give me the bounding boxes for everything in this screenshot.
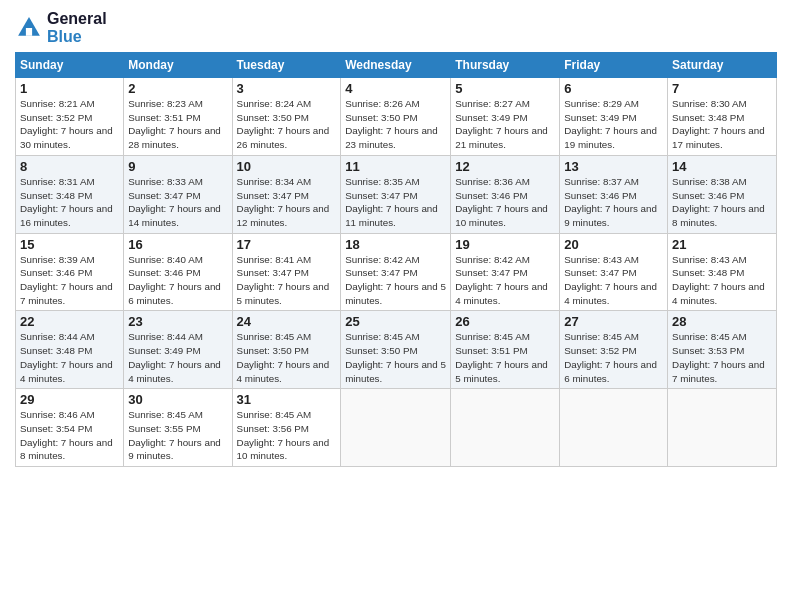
- calendar-cell: 17 Sunrise: 8:41 AM Sunset: 3:47 PM Dayl…: [232, 233, 341, 311]
- calendar-week-1: 1 Sunrise: 8:21 AM Sunset: 3:52 PM Dayli…: [16, 78, 777, 156]
- logo: General Blue: [15, 10, 107, 46]
- calendar-cell: 30 Sunrise: 8:45 AM Sunset: 3:55 PM Dayl…: [124, 389, 232, 467]
- day-info: Sunrise: 8:45 AM Sunset: 3:50 PM Dayligh…: [237, 330, 337, 385]
- day-number: 18: [345, 237, 446, 252]
- weekday-header-wednesday: Wednesday: [341, 53, 451, 78]
- calendar-week-2: 8 Sunrise: 8:31 AM Sunset: 3:48 PM Dayli…: [16, 155, 777, 233]
- day-number: 8: [20, 159, 119, 174]
- day-info: Sunrise: 8:31 AM Sunset: 3:48 PM Dayligh…: [20, 175, 119, 230]
- calendar-cell: 12 Sunrise: 8:36 AM Sunset: 3:46 PM Dayl…: [451, 155, 560, 233]
- day-info: Sunrise: 8:45 AM Sunset: 3:55 PM Dayligh…: [128, 408, 227, 463]
- calendar-cell: 25 Sunrise: 8:45 AM Sunset: 3:50 PM Dayl…: [341, 311, 451, 389]
- day-info: Sunrise: 8:42 AM Sunset: 3:47 PM Dayligh…: [345, 253, 446, 308]
- calendar-body: 1 Sunrise: 8:21 AM Sunset: 3:52 PM Dayli…: [16, 78, 777, 467]
- calendar-cell: 2 Sunrise: 8:23 AM Sunset: 3:51 PM Dayli…: [124, 78, 232, 156]
- calendar-cell: 20 Sunrise: 8:43 AM Sunset: 3:47 PM Dayl…: [560, 233, 668, 311]
- day-info: Sunrise: 8:45 AM Sunset: 3:52 PM Dayligh…: [564, 330, 663, 385]
- day-info: Sunrise: 8:45 AM Sunset: 3:51 PM Dayligh…: [455, 330, 555, 385]
- weekday-header-sunday: Sunday: [16, 53, 124, 78]
- day-number: 12: [455, 159, 555, 174]
- calendar-week-3: 15 Sunrise: 8:39 AM Sunset: 3:46 PM Dayl…: [16, 233, 777, 311]
- day-number: 24: [237, 314, 337, 329]
- day-number: 7: [672, 81, 772, 96]
- weekday-header-thursday: Thursday: [451, 53, 560, 78]
- day-info: Sunrise: 8:33 AM Sunset: 3:47 PM Dayligh…: [128, 175, 227, 230]
- day-info: Sunrise: 8:34 AM Sunset: 3:47 PM Dayligh…: [237, 175, 337, 230]
- svg-rect-1: [26, 28, 32, 36]
- day-info: Sunrise: 8:37 AM Sunset: 3:46 PM Dayligh…: [564, 175, 663, 230]
- day-info: Sunrise: 8:44 AM Sunset: 3:48 PM Dayligh…: [20, 330, 119, 385]
- calendar-cell: 26 Sunrise: 8:45 AM Sunset: 3:51 PM Dayl…: [451, 311, 560, 389]
- day-info: Sunrise: 8:40 AM Sunset: 3:46 PM Dayligh…: [128, 253, 227, 308]
- day-number: 6: [564, 81, 663, 96]
- day-info: Sunrise: 8:42 AM Sunset: 3:47 PM Dayligh…: [455, 253, 555, 308]
- calendar-cell: 29 Sunrise: 8:46 AM Sunset: 3:54 PM Dayl…: [16, 389, 124, 467]
- day-number: 23: [128, 314, 227, 329]
- calendar-cell: 9 Sunrise: 8:33 AM Sunset: 3:47 PM Dayli…: [124, 155, 232, 233]
- day-info: Sunrise: 8:23 AM Sunset: 3:51 PM Dayligh…: [128, 97, 227, 152]
- calendar-cell: 19 Sunrise: 8:42 AM Sunset: 3:47 PM Dayl…: [451, 233, 560, 311]
- day-number: 14: [672, 159, 772, 174]
- calendar-cell: 21 Sunrise: 8:43 AM Sunset: 3:48 PM Dayl…: [668, 233, 777, 311]
- day-info: Sunrise: 8:27 AM Sunset: 3:49 PM Dayligh…: [455, 97, 555, 152]
- day-info: Sunrise: 8:30 AM Sunset: 3:48 PM Dayligh…: [672, 97, 772, 152]
- day-number: 5: [455, 81, 555, 96]
- calendar-cell: 3 Sunrise: 8:24 AM Sunset: 3:50 PM Dayli…: [232, 78, 341, 156]
- weekday-header-friday: Friday: [560, 53, 668, 78]
- day-number: 9: [128, 159, 227, 174]
- calendar-cell: [668, 389, 777, 467]
- calendar-cell: 1 Sunrise: 8:21 AM Sunset: 3:52 PM Dayli…: [16, 78, 124, 156]
- day-info: Sunrise: 8:45 AM Sunset: 3:56 PM Dayligh…: [237, 408, 337, 463]
- day-number: 1: [20, 81, 119, 96]
- calendar-cell: 22 Sunrise: 8:44 AM Sunset: 3:48 PM Dayl…: [16, 311, 124, 389]
- day-info: Sunrise: 8:41 AM Sunset: 3:47 PM Dayligh…: [237, 253, 337, 308]
- calendar-header: SundayMondayTuesdayWednesdayThursdayFrid…: [16, 53, 777, 78]
- calendar-cell: [451, 389, 560, 467]
- calendar-cell: 18 Sunrise: 8:42 AM Sunset: 3:47 PM Dayl…: [341, 233, 451, 311]
- day-info: Sunrise: 8:39 AM Sunset: 3:46 PM Dayligh…: [20, 253, 119, 308]
- calendar-cell: 5 Sunrise: 8:27 AM Sunset: 3:49 PM Dayli…: [451, 78, 560, 156]
- day-number: 28: [672, 314, 772, 329]
- day-number: 2: [128, 81, 227, 96]
- calendar-table: SundayMondayTuesdayWednesdayThursdayFrid…: [15, 52, 777, 467]
- calendar-cell: 7 Sunrise: 8:30 AM Sunset: 3:48 PM Dayli…: [668, 78, 777, 156]
- day-number: 30: [128, 392, 227, 407]
- calendar-page: General Blue SundayMondayTuesdayWednesda…: [0, 0, 792, 612]
- logo-icon: [15, 14, 43, 42]
- calendar-cell: 4 Sunrise: 8:26 AM Sunset: 3:50 PM Dayli…: [341, 78, 451, 156]
- calendar-cell: 11 Sunrise: 8:35 AM Sunset: 3:47 PM Dayl…: [341, 155, 451, 233]
- page-header: General Blue: [15, 10, 777, 46]
- day-info: Sunrise: 8:36 AM Sunset: 3:46 PM Dayligh…: [455, 175, 555, 230]
- day-info: Sunrise: 8:45 AM Sunset: 3:53 PM Dayligh…: [672, 330, 772, 385]
- calendar-cell: 23 Sunrise: 8:44 AM Sunset: 3:49 PM Dayl…: [124, 311, 232, 389]
- weekday-header-monday: Monday: [124, 53, 232, 78]
- calendar-cell: 28 Sunrise: 8:45 AM Sunset: 3:53 PM Dayl…: [668, 311, 777, 389]
- day-number: 19: [455, 237, 555, 252]
- day-info: Sunrise: 8:24 AM Sunset: 3:50 PM Dayligh…: [237, 97, 337, 152]
- day-info: Sunrise: 8:38 AM Sunset: 3:46 PM Dayligh…: [672, 175, 772, 230]
- day-number: 26: [455, 314, 555, 329]
- day-number: 31: [237, 392, 337, 407]
- calendar-week-5: 29 Sunrise: 8:46 AM Sunset: 3:54 PM Dayl…: [16, 389, 777, 467]
- calendar-cell: 6 Sunrise: 8:29 AM Sunset: 3:49 PM Dayli…: [560, 78, 668, 156]
- calendar-cell: 10 Sunrise: 8:34 AM Sunset: 3:47 PM Dayl…: [232, 155, 341, 233]
- calendar-cell: 24 Sunrise: 8:45 AM Sunset: 3:50 PM Dayl…: [232, 311, 341, 389]
- calendar-cell: 8 Sunrise: 8:31 AM Sunset: 3:48 PM Dayli…: [16, 155, 124, 233]
- day-info: Sunrise: 8:43 AM Sunset: 3:47 PM Dayligh…: [564, 253, 663, 308]
- logo-text: General Blue: [47, 10, 107, 46]
- day-info: Sunrise: 8:43 AM Sunset: 3:48 PM Dayligh…: [672, 253, 772, 308]
- day-number: 10: [237, 159, 337, 174]
- calendar-cell: 31 Sunrise: 8:45 AM Sunset: 3:56 PM Dayl…: [232, 389, 341, 467]
- calendar-cell: [560, 389, 668, 467]
- calendar-cell: 27 Sunrise: 8:45 AM Sunset: 3:52 PM Dayl…: [560, 311, 668, 389]
- day-info: Sunrise: 8:21 AM Sunset: 3:52 PM Dayligh…: [20, 97, 119, 152]
- day-number: 15: [20, 237, 119, 252]
- day-number: 11: [345, 159, 446, 174]
- day-number: 21: [672, 237, 772, 252]
- weekday-header-row: SundayMondayTuesdayWednesdayThursdayFrid…: [16, 53, 777, 78]
- day-info: Sunrise: 8:26 AM Sunset: 3:50 PM Dayligh…: [345, 97, 446, 152]
- calendar-cell: [341, 389, 451, 467]
- calendar-cell: 16 Sunrise: 8:40 AM Sunset: 3:46 PM Dayl…: [124, 233, 232, 311]
- calendar-week-4: 22 Sunrise: 8:44 AM Sunset: 3:48 PM Dayl…: [16, 311, 777, 389]
- day-number: 16: [128, 237, 227, 252]
